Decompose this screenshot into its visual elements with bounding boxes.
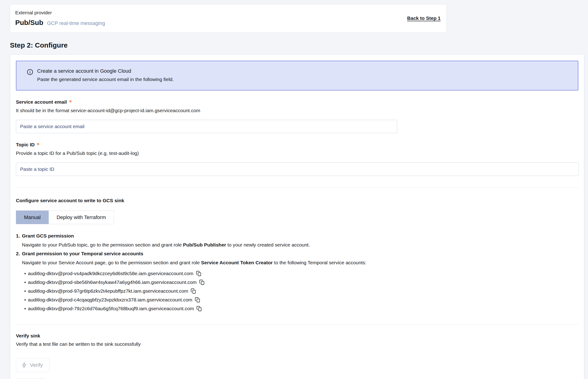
step-body: Navigate to your PubSub topic, go to the…	[22, 240, 578, 249]
bullet: •	[24, 287, 28, 295]
service-account-email-helper: It should be in the format service-accou…	[16, 108, 578, 113]
bullet: •	[24, 304, 28, 313]
list-item: • auditlog-dktxv@prod-c4cqaqgbfzy23vpzkb…	[24, 295, 578, 304]
copy-icon[interactable]	[196, 270, 202, 277]
copy-icon[interactable]	[196, 306, 202, 312]
list-item: • auditlog-dktxv@prod-sbe56h6wr4sykaw47a…	[24, 278, 578, 287]
service-account-email-input[interactable]	[16, 120, 397, 133]
provider-eyebrow: External provider	[15, 10, 105, 16]
bullet: •	[24, 295, 28, 304]
verify-button[interactable]: Verify	[16, 358, 49, 372]
info-banner: Create a service account in Google Cloud…	[16, 61, 578, 91]
bullet: •	[24, 278, 28, 287]
step-number: 1.	[16, 232, 22, 240]
list-item: • auditlog-dktxv@prod-vs4padk9dkczcey6d6…	[24, 269, 578, 278]
topic-id-label: Topic ID	[16, 142, 35, 147]
topic-id-input[interactable]	[16, 162, 579, 176]
provider-name: Pub/Sub	[15, 19, 43, 27]
step-grant-gcs-permission: 1. Grant GCS permission Navigate to your…	[16, 232, 578, 249]
step-grant-temporal-permission: 2. Grant permission to your Temporal ser…	[16, 249, 578, 267]
role-name: Pub/Sub Publisher	[183, 242, 226, 247]
step-body-text: to the following Temporal service accoun…	[273, 260, 367, 265]
sink-section-heading: Configure service account to write to GC…	[16, 198, 578, 203]
step-body-text: Navigate to your Service Account page, g…	[22, 260, 201, 265]
required-dot	[69, 100, 72, 102]
service-account-email: auditlog-dktxv@prod-vs4padk9dkczcey6d6st…	[28, 269, 193, 278]
lightning-icon	[21, 362, 27, 368]
step-body-text: Navigate to your PubSub topic, go to the…	[22, 242, 183, 247]
page-title: Step 2: Configure	[10, 41, 588, 49]
verify-sink-heading: Verify sink	[16, 333, 578, 339]
tab-deploy-terraform[interactable]: Deploy with Terraform	[49, 210, 114, 224]
service-account-email-label: Service account email	[16, 99, 67, 105]
step-body-text: to your newly created service account.	[226, 242, 310, 247]
sink-tabs: Manual Deploy with Terraform	[16, 210, 578, 224]
section-divider	[16, 325, 578, 325]
role-name: Service Account Token Creator	[201, 260, 273, 265]
step-number: 2.	[16, 249, 22, 258]
temporal-service-accounts-list: • auditlog-dktxv@prod-vs4padk9dkczcey6d6…	[24, 269, 578, 313]
topic-id-helper: Provide a topic ID for a Pub/Sub topic (…	[16, 150, 578, 156]
required-dot	[37, 143, 39, 145]
copy-icon[interactable]	[195, 297, 201, 303]
copy-icon[interactable]	[190, 288, 196, 294]
provider-card: External provider Pub/Sub GCP real-time …	[10, 4, 447, 33]
service-account-email: auditlog-dktxv@prod-c4cqaqgbfzy23vpzkbxz…	[28, 295, 192, 304]
service-account-email: auditlog-dktxv@prod-97gr6tp6zkv2t4epubff…	[28, 287, 188, 295]
verify-button-label: Verify	[30, 362, 43, 368]
list-item: • auditlog-dktxv@prod-79z2c6d76au6g5fcq7…	[24, 304, 578, 313]
manual-steps: 1. Grant GCS permission Navigate to your…	[16, 232, 578, 267]
provider-info: External provider Pub/Sub GCP real-time …	[15, 10, 105, 27]
info-banner-text: Create a service account in Google Cloud…	[37, 68, 174, 82]
bullet: •	[24, 269, 28, 278]
verify-sink-helper: Verify that a test file can be written t…	[16, 341, 578, 347]
configure-card: Create a service account in Google Cloud…	[10, 54, 584, 379]
step-title: Grant permission to your Temporal servic…	[22, 249, 578, 258]
service-account-email: auditlog-dktxv@prod-79z2c6d76au6g5fcq768…	[28, 304, 194, 313]
info-banner-body: Paste the generated service account emai…	[37, 77, 174, 82]
service-account-email: auditlog-dktxv@prod-sbe56h6wr4sykaw47a6y…	[28, 278, 197, 287]
back-to-step-1-link[interactable]: Back to Step 1	[407, 16, 441, 21]
list-item: • auditlog-dktxv@prod-97gr6tp6zkv2t4epub…	[24, 287, 578, 295]
info-icon	[27, 69, 33, 76]
info-banner-title: Create a service account in Google Cloud	[37, 68, 174, 74]
provider-subtitle: GCP real-time messaging	[47, 20, 105, 26]
step-body: Navigate to your Service Account page, g…	[22, 258, 578, 267]
tab-manual[interactable]: Manual	[16, 210, 49, 224]
copy-icon[interactable]	[199, 279, 205, 285]
step-title: Grant GCS permission	[22, 232, 578, 240]
